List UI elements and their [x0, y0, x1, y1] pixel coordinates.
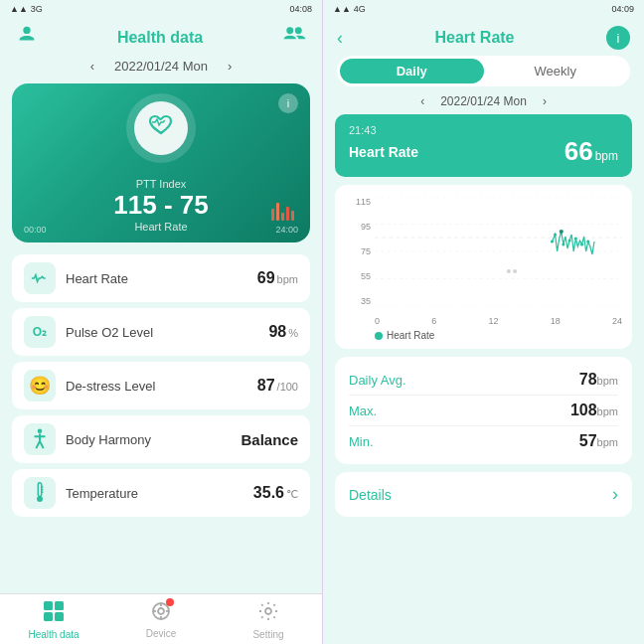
info-button[interactable]: i — [606, 26, 630, 50]
heart-rate-chart: 115 95 75 55 35 — [335, 185, 632, 349]
date-next-left[interactable]: › — [228, 59, 232, 74]
metric-heart-rate[interactable]: Heart Rate 69bpm — [12, 254, 310, 302]
max-value: 108bpm — [570, 402, 618, 419]
status-right-left: 04:08 — [289, 4, 312, 14]
latest-row: Heart Rate 66bpm — [349, 136, 618, 167]
daily-avg-value: 78bpm — [579, 371, 618, 389]
svg-point-3 — [38, 428, 43, 433]
pulse-o2-icon: O₂ — [24, 316, 56, 348]
signal-icon-right: ▲▲ — [333, 4, 351, 14]
svg-point-30 — [551, 241, 554, 243]
circle-outer — [126, 93, 196, 163]
svg-rect-16 — [55, 612, 64, 621]
left-date-nav: ‹ 2022/01/24 Mon › — [0, 55, 322, 78]
right-panel: ▲▲ 4G 04:09 ‹ Heart Rate i Daily Weekly … — [322, 0, 644, 644]
y-label-3: 55 — [345, 271, 371, 281]
y-label-2: 75 — [345, 246, 371, 256]
metric-destress[interactable]: 😊 De-stress Level 87/100 — [12, 362, 310, 409]
pulse-o2-value: 98% — [268, 323, 298, 341]
health-data-icon — [43, 600, 65, 627]
svg-line-7 — [40, 441, 44, 448]
status-signal-left: ▲▲ 3G — [10, 4, 43, 14]
left-header: Health data — [0, 18, 322, 55]
svg-rect-13 — [44, 601, 53, 610]
nav-device-label: Device — [146, 628, 177, 639]
y-label-1: 95 — [345, 222, 371, 232]
metrics-list: Heart Rate 69bpm O₂ Pulse O2 Level 98% 😊… — [0, 248, 322, 593]
chart-area: 115 95 75 55 35 — [345, 197, 622, 326]
destress-icon: 😊 — [24, 370, 56, 402]
svg-rect-8 — [38, 483, 41, 497]
latest-time: 21:43 — [349, 124, 618, 136]
stat-max: Max. 108bpm — [349, 398, 618, 423]
status-right-right: 04:09 — [611, 4, 634, 14]
status-signal-right: ▲▲ 4G — [333, 4, 366, 14]
chart-y-labels: 115 95 75 55 35 — [345, 197, 371, 306]
date-prev-right[interactable]: ‹ — [420, 94, 424, 108]
chevron-right-icon: › — [612, 484, 618, 505]
view-toggle: Daily Weekly — [337, 56, 630, 86]
latest-reading-card: 21:43 Heart Rate 66bpm — [335, 114, 632, 177]
date-display-left: 2022/01/24 Mon — [114, 59, 208, 74]
ptt-card: i PTT Index 115 - 75 Heart Rate 00:00 24… — [12, 83, 310, 242]
x-label-1: 6 — [431, 316, 436, 326]
svg-point-33 — [562, 243, 564, 246]
x-label-4: 24 — [612, 316, 622, 326]
metric-temperature[interactable]: Temperature 35.6℃ — [12, 469, 310, 517]
pulse-o2-label: Pulse O2 Level — [66, 325, 258, 340]
right-header: ‹ Heart Rate i — [323, 18, 644, 56]
toggle-daily[interactable]: Daily — [340, 59, 484, 83]
mini-bars — [271, 203, 294, 221]
svg-point-18 — [158, 608, 164, 614]
signal-icon: ▲▲ — [10, 4, 28, 14]
left-panel: ▲▲ 3G 04:08 Health data ‹ 2022/01/24 Mon… — [0, 0, 322, 644]
time-right: 04:09 — [611, 4, 634, 14]
date-prev-left[interactable]: ‹ — [90, 59, 94, 74]
legend-label: Heart Rate — [387, 330, 434, 341]
metric-body-harmony[interactable]: Body Harmony Balance — [12, 415, 310, 463]
user-icon — [16, 24, 38, 51]
details-label: Details — [349, 487, 392, 503]
signal-text: 3G — [31, 4, 43, 14]
stat-daily-avg: Daily Avg. 78bpm — [349, 367, 618, 393]
heart-rate-value: 69bpm — [257, 269, 298, 287]
max-label: Max. — [349, 403, 377, 418]
body-harmony-icon — [24, 423, 56, 455]
details-card[interactable]: Details › — [335, 472, 632, 517]
back-button[interactable]: ‹ — [337, 28, 343, 49]
nav-health-data[interactable]: Health data — [0, 600, 107, 640]
body-harmony-value: Balance — [241, 431, 298, 448]
x-label-2: 12 — [488, 316, 498, 326]
svg-point-1 — [286, 27, 293, 34]
x-label-3: 18 — [551, 316, 561, 326]
date-next-right[interactable]: › — [543, 94, 547, 108]
nav-health-label: Health data — [28, 629, 79, 640]
card-info-icon[interactable]: i — [278, 93, 298, 113]
metric-pulse-o2[interactable]: O₂ Pulse O2 Level 98% — [12, 308, 310, 356]
temperature-icon — [24, 477, 56, 509]
nav-setting[interactable]: Setting — [215, 600, 322, 640]
svg-point-23 — [265, 608, 271, 614]
svg-point-38 — [507, 269, 511, 273]
ptt-value: 115 - 75 — [12, 190, 310, 221]
y-label-4: 35 — [345, 296, 371, 306]
svg-point-32 — [560, 230, 564, 234]
toggle-weekly[interactable]: Weekly — [484, 59, 628, 83]
signal-right: 4G — [354, 4, 366, 14]
min-value: 57bpm — [579, 432, 618, 450]
chart-svg — [375, 197, 622, 306]
ptt-label: PTT Index — [12, 178, 310, 190]
svg-point-36 — [580, 243, 583, 246]
heart-rate-icon — [24, 262, 56, 294]
svg-rect-14 — [55, 601, 64, 610]
heart-rate-label: Heart Rate — [66, 271, 247, 286]
daily-avg-label: Daily Avg. — [349, 373, 406, 388]
device-badge — [166, 598, 174, 606]
circle-inner — [134, 101, 188, 155]
svg-rect-15 — [44, 612, 53, 621]
destress-label: De-stress Level — [66, 379, 247, 394]
date-display-right: 2022/01/24 Mon — [440, 94, 527, 108]
stat-min: Min. 57bpm — [349, 428, 618, 454]
nav-device[interactable]: Device — [107, 600, 215, 640]
time-start: 00:00 — [24, 225, 47, 235]
